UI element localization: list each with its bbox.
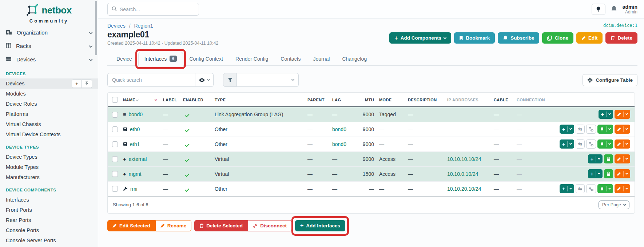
clear-sort-button[interactable]: × bbox=[154, 97, 157, 103]
sidebar-item-modules[interactable]: Modules bbox=[0, 89, 98, 99]
tab-contacts[interactable]: Contacts bbox=[274, 52, 307, 66]
user-menu[interactable]: admin Admin bbox=[623, 4, 637, 15]
permissions-button[interactable] bbox=[604, 169, 613, 178]
column-header-enabled[interactable]: ENABLED bbox=[182, 93, 213, 107]
edit-split-button[interactable] bbox=[615, 125, 630, 134]
sidebar-menu-devices[interactable]: Devices bbox=[0, 53, 98, 66]
sidebar-item-platforms[interactable]: Platforms bbox=[0, 109, 98, 119]
column-header-cable[interactable]: CABLE bbox=[492, 93, 515, 107]
sidebar-item-virtual-device-contexts[interactable]: Virtual Device Contexts bbox=[0, 129, 98, 139]
add-ip-split-button[interactable]: + bbox=[560, 139, 574, 149]
column-header-description[interactable]: DESCRIPTION bbox=[406, 93, 446, 107]
interface-link[interactable]: mgmt bbox=[128, 171, 141, 177]
sidebar-menu-racks[interactable]: Racks bbox=[0, 39, 98, 53]
column-header-name[interactable]: NAME bbox=[122, 93, 153, 107]
edit-split-button[interactable] bbox=[615, 154, 630, 163]
sidebar-item-interfaces[interactable]: Interfaces bbox=[0, 195, 98, 205]
sidebar-menu-organization[interactable]: Organization bbox=[0, 26, 98, 39]
permissions-button[interactable] bbox=[604, 154, 613, 163]
clone-button[interactable]: Clone bbox=[542, 32, 573, 44]
sidebar-item-front-ports[interactable]: Front Ports bbox=[0, 205, 98, 215]
ip-address-link[interactable]: 10.10.20.10/24 bbox=[447, 186, 481, 192]
global-search[interactable] bbox=[107, 3, 199, 16]
topology-button[interactable] bbox=[586, 125, 596, 134]
notifications-bell-icon[interactable] bbox=[611, 5, 617, 13]
search-input[interactable] bbox=[120, 7, 195, 12]
tab-journal[interactable]: Journal bbox=[307, 52, 336, 66]
column-header-label[interactable]: LABEL bbox=[162, 93, 182, 107]
sidebar-item-console-server-ports[interactable]: Console Server Ports bbox=[0, 235, 98, 246]
tab-config-context[interactable]: Config Context bbox=[183, 52, 229, 66]
connect-cable-split-button[interactable] bbox=[597, 139, 613, 149]
add-ip-split-button[interactable]: + bbox=[588, 169, 603, 178]
tab-changelog[interactable]: Changelog bbox=[336, 52, 373, 66]
column-header-lag[interactable]: LAG bbox=[331, 93, 356, 107]
topology-button[interactable] bbox=[586, 184, 596, 193]
add-ip-split-button[interactable]: + bbox=[560, 125, 574, 134]
edit-split-button[interactable] bbox=[615, 184, 630, 193]
breadcrumb-region-link[interactable]: Region1 bbox=[134, 23, 153, 29]
select-all-checkbox[interactable] bbox=[112, 97, 118, 103]
tab-interfaces[interactable]: Interfaces 6 bbox=[138, 52, 183, 66]
interface-link[interactable]: eth1 bbox=[130, 141, 140, 147]
saved-filters-button[interactable] bbox=[195, 73, 214, 87]
trace-button[interactable]: ⇆ bbox=[576, 139, 585, 149]
per-page-select[interactable]: Per Page bbox=[599, 201, 629, 209]
edit-split-button[interactable] bbox=[615, 169, 630, 178]
disconnect-button[interactable]: Disconnect bbox=[248, 220, 292, 231]
tab-device[interactable]: Device bbox=[110, 52, 138, 66]
subscribe-button[interactable]: Subscribe bbox=[498, 32, 539, 44]
interface-link[interactable]: bond0 bbox=[128, 112, 143, 117]
row-checkbox[interactable] bbox=[112, 171, 118, 177]
import-device-button[interactable] bbox=[82, 80, 92, 88]
connect-cable-split-button[interactable] bbox=[597, 125, 613, 134]
interface-link[interactable]: eth0 bbox=[130, 126, 140, 132]
sidebar-item-console-ports[interactable]: Console Ports bbox=[0, 225, 98, 235]
configure-table-button[interactable]: Configure Table bbox=[583, 74, 637, 86]
filter-select[interactable] bbox=[237, 73, 299, 87]
add-ip-split-button[interactable]: + bbox=[588, 154, 603, 163]
connect-cable-split-button[interactable] bbox=[597, 184, 613, 193]
add-device-button[interactable]: + bbox=[72, 80, 82, 88]
topology-button[interactable] bbox=[586, 139, 596, 149]
bookmark-button[interactable]: Bookmark bbox=[454, 32, 495, 44]
row-checkbox[interactable] bbox=[112, 156, 118, 162]
add-components-button[interactable]: + Add Components bbox=[389, 32, 451, 44]
sidebar-item-device-roles[interactable]: Device Roles bbox=[0, 99, 98, 109]
sidebar-item-device-types[interactable]: Device Types bbox=[0, 152, 98, 162]
sidebar-item-virtual-chassis[interactable]: Virtual Chassis bbox=[0, 119, 98, 129]
delete-button[interactable]: Delete bbox=[605, 32, 637, 44]
interface-link[interactable]: external bbox=[128, 156, 147, 162]
edit-button[interactable]: Edit bbox=[576, 32, 603, 44]
edit-split-button[interactable] bbox=[615, 110, 630, 119]
column-header-type[interactable]: TYPE bbox=[213, 93, 306, 107]
sidebar-item-devices[interactable]: Devices + bbox=[0, 78, 98, 89]
add-ip-split-button[interactable]: + bbox=[560, 184, 574, 193]
row-checkbox[interactable] bbox=[112, 126, 118, 132]
breadcrumb-devices-link[interactable]: Devices bbox=[107, 23, 126, 29]
lag-link[interactable]: bond0 bbox=[332, 141, 346, 147]
column-header-mtu[interactable]: MTU bbox=[356, 93, 378, 107]
lag-link[interactable]: bond0 bbox=[332, 126, 346, 132]
sidebar-item-rear-ports[interactable]: Rear Ports bbox=[0, 215, 98, 225]
trace-button[interactable]: ⇆ bbox=[576, 125, 585, 134]
column-header-mode[interactable]: MODE bbox=[378, 93, 406, 107]
sidebar-item-module-types[interactable]: Module Types bbox=[0, 162, 98, 172]
add-ip-split-button[interactable]: + bbox=[599, 110, 613, 119]
ip-address-link[interactable]: 10.10.10.10/24 bbox=[447, 156, 481, 162]
tab-render-config[interactable]: Render Config bbox=[229, 52, 274, 66]
rename-button[interactable]: Rename bbox=[155, 220, 192, 231]
interface-link[interactable]: rmi bbox=[130, 186, 137, 192]
edit-selected-button[interactable]: Edit Selected bbox=[107, 220, 155, 231]
edit-split-button[interactable] bbox=[615, 139, 630, 149]
quick-search-input[interactable] bbox=[107, 73, 195, 87]
add-interfaces-button[interactable]: + Add Interfaces bbox=[295, 220, 345, 231]
ip-address-link[interactable]: 10.10.0.10/24 bbox=[447, 171, 478, 177]
column-header-parent[interactable]: PARENT bbox=[306, 93, 331, 107]
theme-toggle-button[interactable] bbox=[592, 4, 605, 15]
sidebar-item-manufacturers[interactable]: Manufacturers bbox=[0, 172, 98, 182]
trace-button[interactable]: ⇆ bbox=[576, 184, 585, 193]
delete-selected-button[interactable]: Delete Selected bbox=[194, 220, 248, 231]
row-checkbox[interactable] bbox=[112, 141, 118, 147]
sidebar-scrollbar[interactable] bbox=[95, 1, 97, 55]
